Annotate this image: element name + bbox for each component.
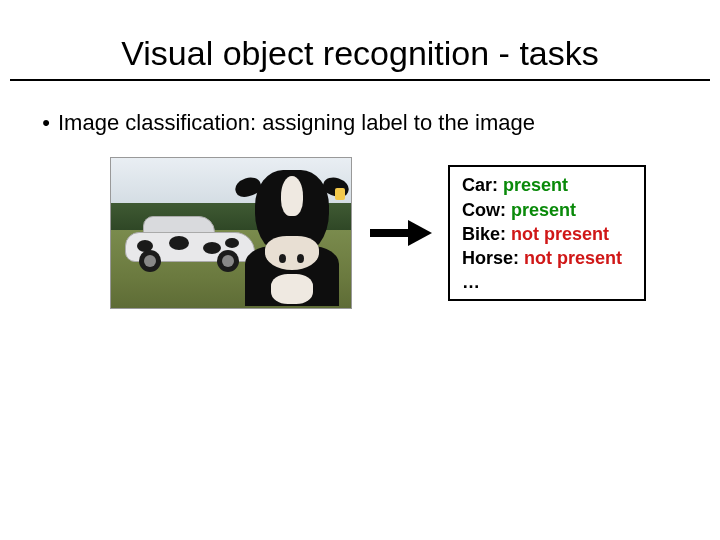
label-status: present — [503, 175, 568, 195]
label-name: Bike — [462, 224, 500, 244]
bullet-text-1: Image classification: assigning label to… — [58, 109, 535, 137]
label-row-cow: Cow: present — [462, 198, 632, 222]
label-name: Horse — [462, 248, 513, 268]
slide-title: Visual object recognition - tasks — [40, 34, 680, 73]
cow-illustration — [237, 170, 347, 305]
arrow-right-icon — [368, 218, 432, 248]
classification-output: Car: present Cow: present Bike: not pres… — [448, 165, 646, 300]
slide: Visual object recognition - tasks • Imag… — [0, 0, 720, 540]
label-row-ellipsis: … — [462, 270, 632, 294]
example-row: Car: present Cow: present Bike: not pres… — [110, 157, 680, 309]
label-status: not present — [524, 248, 622, 268]
title-underline — [10, 79, 710, 81]
example-image — [110, 157, 352, 309]
ellipsis: … — [462, 272, 480, 292]
label-name: Car — [462, 175, 492, 195]
label-row-horse: Horse: not present — [462, 246, 632, 270]
bullet-dot-icon: • — [34, 109, 58, 137]
car-illustration — [125, 214, 255, 272]
label-row-car: Car: present — [462, 173, 632, 197]
label-name: Cow — [462, 200, 500, 220]
label-row-bike: Bike: not present — [462, 222, 632, 246]
label-status: not present — [511, 224, 609, 244]
svg-marker-1 — [408, 220, 432, 246]
label-status: present — [511, 200, 576, 220]
bullet-item-1: • Image classification: assigning label … — [34, 109, 680, 137]
